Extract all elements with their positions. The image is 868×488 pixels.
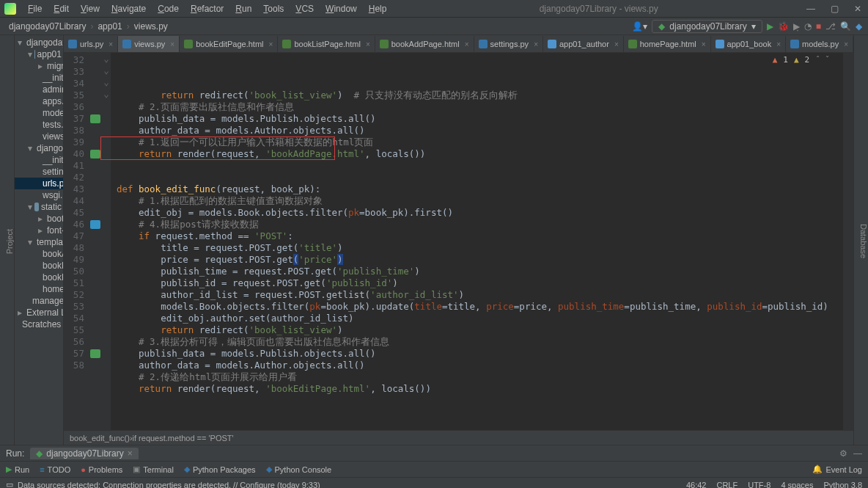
tree-node[interactable]: bookListPage.html — [15, 272, 63, 283]
code-line[interactable]: def book_edit_func(request, book_pk): — [117, 183, 843, 195]
search-button[interactable]: 🔍 — [840, 21, 851, 32]
tree-twisty-icon[interactable]: ▸ — [38, 214, 43, 224]
tree-node[interactable]: ▸bootstrap-3.4.1-dis — [15, 213, 63, 225]
breadcrumb-item[interactable]: views.py — [131, 21, 171, 32]
tree-node[interactable]: ▾djangoday07Library F:\A — [15, 37, 63, 48]
profiler-button[interactable]: ◔ — [804, 21, 812, 32]
status-item[interactable]: CRLF — [716, 481, 738, 489]
tree-node[interactable]: tests.py — [15, 119, 63, 131]
menu-help[interactable]: Help — [363, 2, 393, 15]
menu-tools[interactable]: Tools — [257, 2, 290, 15]
tree-twisty-icon[interactable]: ▸ — [38, 225, 43, 236]
menu-run[interactable]: Run — [229, 2, 257, 15]
menu-window[interactable]: Window — [320, 2, 363, 15]
gutter-modified-icon[interactable] — [90, 220, 100, 229]
tree-node[interactable]: bookEditPage.html — [15, 260, 63, 272]
tab-close-icon[interactable]: × — [702, 40, 706, 48]
tab-close-icon[interactable]: × — [269, 40, 273, 48]
status-item[interactable]: 46:42 — [686, 481, 707, 489]
stop-button[interactable]: ■ — [816, 21, 821, 32]
tool-todo[interactable]: ≡ TODO — [40, 465, 70, 474]
code-line[interactable]: return render(request, 'bookEditPage.htm… — [117, 383, 843, 395]
editor-tab[interactable]: app01_author× — [543, 36, 624, 52]
inspection-summary[interactable]: ▲1 ▲2 ˆ ˇ — [773, 54, 830, 66]
code-line[interactable]: return redirect('book_list_view') # 只支持没… — [117, 90, 843, 101]
code-line[interactable]: title = request.POST.get('title') — [117, 242, 843, 254]
editor-tab[interactable]: homePage.html× — [624, 36, 711, 52]
tree-twisty-icon[interactable]: ▸ — [18, 307, 22, 318]
tree-node[interactable]: apps.py — [15, 95, 63, 107]
user-icon[interactable]: 👤▾ — [632, 21, 647, 32]
code-line[interactable]: edit_obj.author.set(author_id_list) — [117, 313, 843, 324]
code-line[interactable]: publish_data = models.Publish.objects.al… — [117, 113, 843, 125]
code-line[interactable]: publish_data = models.Publish.objects.al… — [117, 348, 843, 360]
code-line[interactable]: return redirect('book_list_view') — [117, 324, 843, 336]
tool-terminal[interactable]: ▣ Terminal — [133, 465, 174, 474]
tree-node[interactable]: ▾app01 — [15, 48, 63, 60]
menu-file[interactable]: File — [22, 2, 48, 15]
tree-node[interactable]: bookAddPage.html — [15, 248, 63, 260]
tree-node[interactable]: ▸External Libraries — [15, 307, 63, 318]
event-log-button[interactable]: 🔔 Event Log — [812, 465, 862, 474]
code-line[interactable]: price = request.POST.get('price') — [117, 254, 843, 266]
status-item[interactable]: 4 spaces — [781, 481, 813, 489]
tab-close-icon[interactable]: × — [614, 40, 619, 48]
menu-navigate[interactable]: Navigate — [106, 2, 152, 15]
code-line[interactable]: author_data = models.Author.objects.all(… — [117, 360, 843, 371]
code-line[interactable]: edit_obj = models.Book.objects.filter(pk… — [117, 207, 843, 219]
git-icon[interactable]: ⎇ — [825, 21, 836, 32]
code-line[interactable] — [117, 395, 843, 407]
close-icon[interactable]: × — [128, 448, 133, 459]
code-breadcrumb[interactable]: book_edit_func() — [70, 434, 130, 443]
code-line[interactable] — [117, 172, 843, 183]
tree-node[interactable]: ▸migrations — [15, 60, 63, 72]
code-editor[interactable]: 3233343536373839404142434445464748495051… — [64, 53, 853, 430]
menu-view[interactable]: View — [75, 2, 106, 15]
code-line[interactable]: publish_id = request.POST.get('publish_i… — [117, 277, 843, 289]
tool-problems[interactable]: ● Problems — [81, 465, 122, 474]
breadcrumb-item[interactable]: app01 — [95, 21, 125, 32]
tree-node[interactable]: admin.py — [15, 84, 63, 95]
tool-python-packages[interactable]: ◆ Python Packages — [184, 465, 256, 474]
tree-node[interactable]: settings.py — [15, 166, 63, 178]
tree-twisty-icon[interactable]: ▾ — [28, 237, 32, 247]
tree-twisty-icon[interactable]: ▾ — [28, 143, 32, 153]
code-line[interactable]: # 1.根据匹配到的数据主键值查询数据对象 — [117, 195, 843, 207]
tree-twisty-icon[interactable]: ▾ — [28, 49, 32, 59]
menu-code[interactable]: Code — [152, 2, 185, 15]
tab-close-icon[interactable]: × — [465, 40, 469, 48]
tree-twisty-icon[interactable]: ▾ — [18, 37, 22, 48]
code-area[interactable]: ▲1 ▲2 ˆ ˇ return redirect('book_list_vie… — [111, 53, 843, 430]
code-breadcrumb[interactable]: if request.method == 'POST' — [133, 434, 234, 443]
code-line[interactable]: # 4.根据post请求接收数据 — [117, 219, 843, 230]
gutter-run-icon[interactable] — [90, 114, 100, 123]
tree-node[interactable]: ▾static — [15, 201, 63, 213]
tab-close-icon[interactable]: × — [366, 40, 370, 48]
editor-tab[interactable]: views.py× — [118, 36, 180, 52]
gear-icon[interactable]: ⚙ — [839, 448, 847, 459]
status-item[interactable]: UTF-8 — [748, 481, 770, 489]
tree-node[interactable]: ▸font-awesome-4.7.0 — [15, 225, 63, 236]
tree-node[interactable]: __init__.py — [15, 72, 63, 84]
tab-close-icon[interactable]: × — [108, 40, 113, 48]
tool-run[interactable]: ▶ Run — [6, 465, 29, 474]
settings-gear-icon[interactable]: ◆ — [856, 21, 862, 32]
minimize-button[interactable]: — — [805, 4, 817, 14]
debug-button[interactable]: 🐞 — [778, 21, 789, 32]
editor-tab[interactable]: bookAddPage.html× — [375, 36, 474, 52]
tab-close-icon[interactable]: × — [844, 40, 848, 48]
editor-tab[interactable]: settings.py× — [474, 36, 543, 52]
menu-vcs[interactable]: VCS — [290, 2, 320, 15]
tree-node[interactable]: urls.py — [15, 178, 63, 189]
code-line[interactable]: if request.method == 'POST': — [117, 230, 843, 242]
code-line[interactable]: models.Book.objects.filter(pk=book_pk).u… — [117, 301, 843, 313]
editor-tab[interactable]: urls.py× — [64, 36, 118, 52]
project-tree[interactable]: ▾djangoday07Library F:\A▾app01▸migration… — [15, 35, 64, 445]
run-tab[interactable]: ◆ djangoday07Library × — [30, 448, 138, 459]
code-line[interactable] — [117, 160, 843, 172]
run-config-selector[interactable]: ◆ djangoday07Library ▾ — [652, 20, 762, 33]
maximize-button[interactable]: ▢ — [828, 4, 840, 14]
tree-node[interactable]: views.py — [15, 131, 63, 142]
breadcrumb-item[interactable]: djangoday07Library — [6, 21, 89, 32]
tree-node[interactable]: wsgi.py — [15, 189, 63, 201]
